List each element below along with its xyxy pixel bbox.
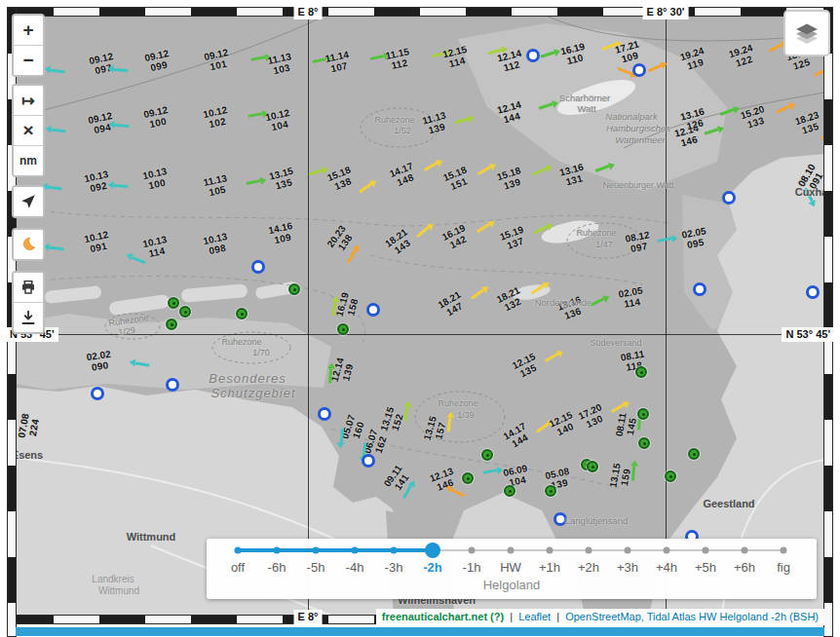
tidal-station[interactable]: 09.12100 xyxy=(143,105,172,131)
units-button[interactable]: nm xyxy=(14,146,43,175)
slider-label--2h[interactable]: -2h xyxy=(423,560,442,575)
tidal-station[interactable]: 11.13103 xyxy=(267,52,294,77)
green-station-marker[interactable] xyxy=(688,448,700,460)
tidal-station[interactable]: 12.14112 xyxy=(496,49,524,74)
tidal-station[interactable]: 19.24119 xyxy=(679,46,708,73)
green-station-marker[interactable] xyxy=(481,449,493,461)
tidal-station[interactable]: 13.15159 xyxy=(608,463,632,490)
slider-label-+3h[interactable]: +3h xyxy=(617,560,638,575)
green-station-marker[interactable] xyxy=(288,283,300,295)
tidal-station[interactable]: 12.15135 xyxy=(511,352,542,381)
slider-label-+6h[interactable]: +6h xyxy=(734,560,755,575)
slider-stop-dot--3h[interactable] xyxy=(391,547,398,554)
slider-stop-dot--6h[interactable] xyxy=(274,547,281,554)
green-station-marker[interactable] xyxy=(637,408,649,420)
green-station-marker[interactable] xyxy=(462,472,474,484)
slider-stop-dot-+4h[interactable] xyxy=(664,547,670,554)
tidal-station[interactable]: 13.16131 xyxy=(558,163,588,189)
tidal-station[interactable]: 14.17148 xyxy=(388,162,418,190)
print-button[interactable] xyxy=(14,273,43,303)
slider-stop-dot--1h[interactable] xyxy=(469,547,476,554)
tidal-station[interactable]: 12.14144 xyxy=(496,100,525,127)
green-station-marker[interactable] xyxy=(587,461,598,472)
slider-stop-dot--5h[interactable] xyxy=(313,547,320,554)
green-station-marker[interactable] xyxy=(504,485,515,497)
tidal-station[interactable]: 12.15114 xyxy=(441,45,470,70)
tidal-station[interactable]: 17.21109 xyxy=(614,39,643,65)
green-station-marker[interactable] xyxy=(337,323,349,335)
blue-station-marker[interactable] xyxy=(632,63,646,77)
slider-stop-dot--4h[interactable] xyxy=(352,547,359,554)
tidal-station[interactable]: 08.12097 xyxy=(625,230,652,254)
tidal-station[interactable]: 15.20133 xyxy=(740,104,769,131)
tidal-station[interactable]: 07.08224 xyxy=(17,413,41,440)
tidal-station[interactable]: 16.19142 xyxy=(440,223,472,252)
blue-station-marker[interactable] xyxy=(722,191,736,205)
tidal-station[interactable]: 16.19110 xyxy=(559,42,588,67)
attribution-credits-link[interactable]: OpenStreetMap, Tidal Atlas HW Helgoland … xyxy=(565,611,819,622)
tidal-station[interactable]: 12.15140 xyxy=(548,410,579,439)
green-station-marker[interactable] xyxy=(166,318,177,330)
slider-stop-dot-+6h[interactable] xyxy=(742,547,748,554)
tidal-station[interactable]: 18.21143 xyxy=(384,227,416,258)
green-station-marker[interactable] xyxy=(168,297,179,309)
tidal-station[interactable]: 09.12099 xyxy=(144,49,172,74)
tidal-station[interactable]: 10.12104 xyxy=(265,108,293,133)
zoom-in-button[interactable]: + xyxy=(14,16,43,46)
locate-button[interactable] xyxy=(14,187,43,216)
tidal-station[interactable]: 13.15152 xyxy=(379,406,406,435)
slider-label--6h[interactable]: -6h xyxy=(268,560,286,575)
tidal-station[interactable]: 18.21147 xyxy=(437,290,468,320)
tidal-station[interactable]: 10.13100 xyxy=(142,167,171,192)
tidal-station[interactable]: 10.12091 xyxy=(84,230,112,255)
clear-button[interactable]: × xyxy=(14,116,43,146)
slider-label--4h[interactable]: -4h xyxy=(346,560,364,575)
slider-stop-dot-+3h[interactable] xyxy=(625,547,631,554)
slider-label-+1h[interactable]: +1h xyxy=(539,560,560,575)
tidal-station[interactable]: 17.20130 xyxy=(577,402,608,431)
tidal-station[interactable]: 09.12101 xyxy=(204,48,232,73)
slider-label-off[interactable]: off xyxy=(231,560,245,575)
blue-station-marker[interactable] xyxy=(166,378,179,392)
tidal-station[interactable]: 11.13139 xyxy=(421,111,449,137)
slider-label--5h[interactable]: -5h xyxy=(307,560,325,575)
slider-label-fig[interactable]: fig xyxy=(777,560,790,575)
slider-label--1h[interactable]: -1h xyxy=(463,560,481,575)
attribution-site-link[interactable]: freenauticalchart.net (?) xyxy=(382,611,504,622)
tidal-station[interactable]: 15.18139 xyxy=(496,166,525,193)
tidal-station[interactable]: 02.05114 xyxy=(618,285,645,310)
blue-station-marker[interactable] xyxy=(366,303,380,317)
blue-station-marker[interactable] xyxy=(251,260,265,274)
tidal-station[interactable]: 11.14107 xyxy=(325,50,352,75)
tidal-station[interactable]: 11.15112 xyxy=(385,47,412,72)
night-mode-button[interactable] xyxy=(14,230,43,259)
attribution-leaflet-link[interactable]: Leaflet xyxy=(518,611,551,622)
tidal-station[interactable]: 15.18138 xyxy=(325,166,356,194)
download-button[interactable] xyxy=(14,303,43,332)
tidal-station[interactable]: 05.07160 xyxy=(340,414,367,443)
green-station-marker[interactable] xyxy=(236,308,248,319)
blue-station-marker[interactable] xyxy=(318,407,331,421)
tidal-station[interactable]: 18.23135 xyxy=(794,110,823,137)
tidal-station[interactable]: 13.15135 xyxy=(268,167,297,193)
green-station-marker[interactable] xyxy=(179,306,191,318)
slider-label-+4h[interactable]: +4h xyxy=(656,560,677,575)
tidal-station[interactable]: 15.18151 xyxy=(441,166,472,194)
tidal-station[interactable]: 08.11145 xyxy=(615,412,639,439)
green-station-marker[interactable] xyxy=(545,485,556,497)
zoom-out-button[interactable]: − xyxy=(14,46,43,75)
slider-stop-dot-+1h[interactable] xyxy=(547,547,554,554)
green-station-marker[interactable] xyxy=(665,470,676,482)
tidal-station[interactable]: 14.17144 xyxy=(502,422,533,452)
slider-stop-dot-+2h[interactable] xyxy=(586,547,592,554)
tidal-station[interactable]: 10.12102 xyxy=(203,105,231,131)
slider-stop-dot--2h[interactable] xyxy=(425,543,440,558)
green-station-marker[interactable] xyxy=(638,437,650,449)
tidal-station[interactable]: 14.16109 xyxy=(268,221,296,246)
slider-label--3h[interactable]: -3h xyxy=(385,560,403,575)
blue-station-marker[interactable] xyxy=(693,282,706,296)
slider-stop-dot-off[interactable] xyxy=(235,547,242,554)
tidal-station[interactable]: 15.19137 xyxy=(499,225,529,252)
slider-label-+2h[interactable]: +2h xyxy=(578,560,599,575)
tidal-station[interactable]: 02.05095 xyxy=(681,226,708,250)
